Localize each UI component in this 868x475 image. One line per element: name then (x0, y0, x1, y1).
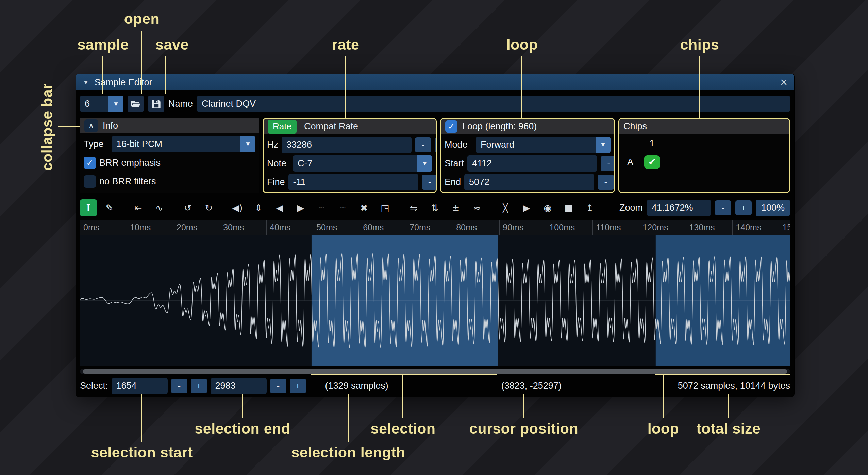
selection-end-decrease-button[interactable]: - (270, 379, 286, 393)
zoom-group: Zoom - + 100% (619, 200, 790, 216)
crossfade-icon[interactable]: ╳ (497, 199, 514, 216)
selection-end-increase-button[interactable]: + (290, 379, 306, 393)
save-icon (152, 99, 161, 108)
ruler-label: 130ms (686, 220, 715, 235)
no-brr-filters-checkbox[interactable] (84, 175, 96, 188)
filter-icon[interactable]: ≈ (468, 199, 485, 216)
sample-type-value: 16-bit PCM (112, 136, 240, 152)
name-input[interactable] (197, 96, 790, 112)
note-select[interactable]: C-7 ▼ (293, 155, 432, 172)
sample-type-select[interactable]: 16-bit PCM ▼ (112, 136, 255, 152)
window-titlebar[interactable]: ▼ Sample Editor × (76, 74, 794, 90)
chip-enable-checkbox[interactable]: ✔ (644, 155, 660, 169)
resample-icon[interactable]: ∿ (151, 199, 168, 216)
draw-icon[interactable]: ✎ (101, 199, 118, 216)
normalize-icon[interactable]: ⇕ (250, 199, 267, 216)
check-icon: ✔ (648, 157, 656, 168)
fine-decrease-button[interactable]: - (422, 175, 437, 190)
selection-start-input[interactable] (112, 378, 168, 394)
brr-emphasis-checkbox[interactable]: ✓ (84, 157, 96, 169)
zoom-input[interactable] (647, 200, 711, 216)
ruler-label: 70ms (406, 220, 430, 235)
loop-checkbox[interactable]: ✓ (445, 120, 457, 133)
annotation-save: save (155, 36, 189, 53)
loop-panel-title: Loop (length: 960) (462, 121, 537, 132)
selection-start-increase-button[interactable]: + (191, 379, 207, 393)
close-icon[interactable]: × (780, 76, 787, 88)
check-icon: ✓ (86, 158, 94, 168)
info-panel-title: Info (103, 121, 118, 131)
annotation-selection-end: selection end (195, 420, 290, 437)
amplify-icon[interactable]: ◀) (229, 199, 246, 216)
chip-row-label: A (627, 157, 633, 168)
waveform-scrollbar[interactable] (80, 369, 790, 374)
scrollbar-thumb[interactable] (83, 369, 787, 374)
loop-start-decrease-button[interactable]: - (601, 156, 615, 171)
zoom-reset-button[interactable]: 100% (756, 200, 790, 216)
chips-panel-body: 1 A ✔ (619, 134, 789, 192)
annotation-loop-bottom: loop (648, 420, 679, 437)
annotation-selection-start: selection start (91, 444, 193, 461)
sample-number-select[interactable]: 6 ▼ (80, 96, 123, 112)
redo-icon[interactable]: ↻ (200, 199, 217, 216)
loop-panel-header: ✓ Loop (length: 960) (441, 119, 614, 134)
chevron-down-icon: ▼ (596, 137, 611, 153)
waveform-canvas[interactable] (80, 235, 790, 366)
fine-label: Fine (267, 177, 285, 188)
chevron-down-icon: ▼ (108, 96, 123, 112)
chips-panel-header: Chips (619, 119, 789, 134)
window-collapse-icon[interactable]: ▼ (83, 78, 89, 86)
insert-silence-icon[interactable]: ┄ (313, 199, 330, 216)
open-button[interactable] (128, 96, 144, 112)
undo-icon[interactable]: ↺ (179, 199, 196, 216)
zoom-out-button[interactable]: - (715, 200, 731, 215)
zoom-in-button[interactable]: + (735, 200, 752, 215)
hz-decrease-button[interactable]: - (415, 137, 431, 152)
loop-panel-body: Mode Forward ▼ Start - + (441, 134, 614, 193)
selection-start-decrease-button[interactable]: - (171, 379, 187, 393)
sample-toolbar-buttons: I✎⇤∿↺↻◀)⇕◀▶┄┈✖◳⇋⇅±≈╳▶◉■↥ (80, 199, 598, 216)
import-icon[interactable]: ↥ (581, 199, 598, 216)
type-label: Type (84, 139, 108, 149)
stop-icon[interactable]: ■ (560, 199, 577, 216)
ruler-label: 20ms (173, 220, 197, 235)
open-icon (131, 100, 141, 108)
fade-in-icon[interactable]: ◀ (271, 199, 288, 216)
ruler-label: 150 (779, 220, 790, 235)
name-label: Name (168, 99, 193, 109)
note-value: C-7 (293, 155, 417, 172)
collapse-info-button[interactable]: ∧ (84, 119, 98, 132)
apply-silence-icon[interactable]: ┈ (334, 199, 351, 216)
preview-icon[interactable]: ▶ (518, 199, 535, 216)
annotation-cursor-position: cursor position (469, 420, 578, 437)
tab-rate[interactable]: Rate (268, 120, 297, 134)
loop-mode-select[interactable]: Forward ▼ (476, 137, 611, 153)
annotation-loop-top: loop (506, 36, 538, 53)
trim-icon[interactable]: ◳ (377, 199, 394, 216)
play-cursor-icon[interactable]: ◉ (539, 199, 556, 216)
resize-icon[interactable]: ⇤ (130, 199, 147, 216)
waveform-display[interactable] (80, 235, 790, 366)
rate-panel-body: Hz - + Note C-7 ▼ (264, 134, 436, 193)
delete-icon[interactable]: ✖ (355, 199, 372, 216)
loop-end-decrease-button[interactable]: - (598, 175, 614, 190)
fade-out-icon[interactable]: ▶ (292, 199, 309, 216)
edit-mode-icon[interactable]: I (80, 199, 97, 216)
ruler-label: 60ms (360, 220, 384, 235)
fine-input[interactable] (288, 174, 418, 190)
ruler-label: 90ms (499, 220, 523, 235)
loop-start-input[interactable] (467, 155, 597, 172)
info-panel-header: ∧ Info (80, 118, 259, 133)
selection-end-input[interactable] (211, 378, 267, 394)
save-button[interactable] (148, 96, 164, 112)
tab-compat-rate[interactable]: Compat Rate (301, 120, 361, 134)
hz-input[interactable] (282, 137, 412, 153)
loop-end-input[interactable] (464, 174, 594, 190)
invert-icon[interactable]: ⇅ (426, 199, 443, 216)
status-bar: Select: - + - + (1329 samples) (3823, -2… (80, 378, 790, 393)
ruler-label: 10ms (127, 220, 151, 235)
sign-icon[interactable]: ± (447, 199, 464, 216)
reverse-icon[interactable]: ⇋ (405, 199, 422, 216)
hz-increase-button[interactable]: + (435, 137, 437, 152)
loop-panel: ✓ Loop (length: 960) Mode Forward ▼ (440, 118, 615, 193)
